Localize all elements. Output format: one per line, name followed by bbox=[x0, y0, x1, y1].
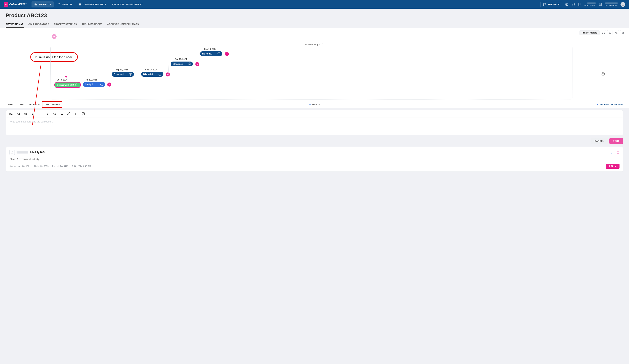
svg-rect-10 bbox=[82, 113, 84, 115]
fx-icon: f(x) bbox=[112, 3, 116, 6]
subtab-archived-nodes[interactable]: ARCHIVED NODES bbox=[81, 21, 103, 28]
fullscreen-icon[interactable] bbox=[601, 30, 606, 35]
ltab-discussions[interactable]: DISCUSSIONS bbox=[42, 101, 62, 108]
ltab-records[interactable]: RECORDS bbox=[26, 101, 42, 108]
nav-model[interactable]: f(x) MODEL MANAGEMENT bbox=[110, 1, 145, 7]
node-study[interactable]: Study A i bbox=[83, 82, 105, 87]
h2-button[interactable]: H2 bbox=[16, 112, 20, 115]
page-title: Product ABC123 bbox=[6, 12, 623, 18]
node-b1n1[interactable]: B1-node1 i bbox=[112, 72, 134, 77]
add-after-b1n2[interactable]: + bbox=[166, 73, 170, 77]
map-title: Network Map 1 ⋮ bbox=[306, 43, 324, 46]
zoom-in-icon[interactable] bbox=[614, 30, 619, 35]
project-history-button[interactable]: Project history bbox=[580, 30, 600, 35]
node-b1n2[interactable]: B1-node2 i bbox=[141, 72, 163, 77]
font-button[interactable]: A⋮ bbox=[53, 112, 56, 115]
add-after-b2n2[interactable]: + bbox=[225, 52, 229, 56]
svg-point-11 bbox=[83, 113, 83, 113]
nav-governance[interactable]: DATA GOVERNANCE bbox=[76, 1, 109, 7]
comment-avatar-icon bbox=[9, 150, 15, 155]
info-icon[interactable]: i bbox=[188, 63, 191, 65]
add-after-study[interactable]: + bbox=[107, 83, 111, 87]
subtab-network-map[interactable]: NETWORK MAP bbox=[6, 21, 24, 28]
building-icon[interactable] bbox=[599, 3, 602, 6]
subtab-project-settings[interactable]: PROJECT SETTINGS bbox=[53, 21, 77, 28]
brand-logo-icon: ≡ bbox=[4, 2, 8, 7]
svg-point-4 bbox=[566, 4, 567, 5]
search-icon bbox=[57, 3, 61, 6]
ltab-wiki[interactable]: WIKI bbox=[6, 101, 15, 108]
network-canvas[interactable]: + Discussions tab for a node Network Map… bbox=[0, 28, 629, 101]
feedback-button[interactable]: FEEDBACK bbox=[541, 1, 562, 7]
node-b2n1[interactable]: B2-node1 i bbox=[171, 62, 193, 66]
nav-search[interactable]: SEARCH bbox=[55, 1, 74, 7]
info-icon[interactable]: i bbox=[158, 73, 161, 76]
edge bbox=[198, 53, 198, 64]
avatar[interactable] bbox=[621, 2, 625, 7]
comment-date: 8th July 2024 bbox=[30, 151, 45, 154]
zoom-out-icon[interactable] bbox=[620, 30, 625, 35]
comment-meta: Journal card ID - 1821 Node ID - 2073 Re… bbox=[9, 164, 620, 169]
svg-rect-2 bbox=[79, 4, 81, 4]
edge bbox=[134, 74, 141, 74]
discussion-section: H1 H2 H3 B I S A⋮ ¶⋮ Write your note her… bbox=[0, 108, 629, 176]
editor-toolbar: H1 H2 H3 B I S A⋮ ¶⋮ bbox=[6, 110, 623, 117]
post-button[interactable]: POST bbox=[610, 138, 623, 144]
strike-button[interactable]: S bbox=[45, 112, 49, 115]
nav-governance-label: DATA GOVERNANCE bbox=[83, 3, 106, 6]
editor-textarea[interactable]: Write your note here and tag someone ... bbox=[6, 117, 623, 135]
workspace-meta[interactable]: WORKSPACE bbox=[584, 2, 596, 6]
nav-projects[interactable]: PROJECTS bbox=[31, 1, 54, 7]
gear-icon[interactable] bbox=[565, 3, 569, 6]
node-experiment[interactable]: Experiment C02 i bbox=[54, 82, 81, 88]
svg-point-9 bbox=[622, 32, 624, 33]
node-b2n2[interactable]: B2-node2 i bbox=[200, 51, 222, 56]
info-icon[interactable]: i bbox=[129, 73, 132, 76]
editor-actions: CANCEL POST bbox=[6, 135, 623, 144]
book-icon[interactable] bbox=[578, 3, 582, 6]
kebab-icon[interactable]: ⋮ bbox=[321, 43, 323, 46]
hide-map-button[interactable]: HIDE NETWORK MAP bbox=[597, 103, 623, 106]
svg-point-12 bbox=[12, 151, 13, 152]
add-node-floating-button[interactable]: + bbox=[52, 34, 57, 39]
nav-search-label: SEARCH bbox=[62, 3, 72, 6]
node-date-exp: Jul 8, 2024 bbox=[57, 79, 67, 81]
cancel-button[interactable]: CANCEL bbox=[591, 138, 608, 144]
meta-timestamp: Jul 8, 2024 4:45 PM bbox=[72, 165, 91, 168]
edge bbox=[110, 74, 112, 74]
list-button[interactable] bbox=[60, 112, 64, 115]
trash-icon[interactable] bbox=[617, 151, 620, 154]
add-after-b2n1[interactable]: + bbox=[195, 62, 199, 66]
top-navbar: ≡ CoBaseKRM™ PROJECTS SEARCH DATA GOVE bbox=[0, 0, 629, 9]
edit-icon[interactable] bbox=[612, 151, 615, 154]
info-icon[interactable]: i bbox=[100, 83, 103, 86]
info-icon[interactable]: i bbox=[75, 84, 78, 86]
resize-button[interactable]: RESIZE bbox=[309, 103, 320, 106]
info-icon[interactable]: i bbox=[218, 52, 220, 55]
brand[interactable]: ≡ CoBaseKRM™ bbox=[4, 2, 27, 7]
subtab-archived-maps[interactable]: ARCHIVED NETWORK MAPS bbox=[107, 21, 139, 28]
paragraph-button[interactable]: ¶⋮ bbox=[75, 112, 78, 115]
folder-icon bbox=[34, 3, 38, 6]
hand-cursor-icon bbox=[601, 72, 605, 77]
h1-button[interactable]: H1 bbox=[9, 112, 13, 115]
link-button[interactable] bbox=[67, 112, 71, 115]
nav-model-label: MODEL MANAGEMENT bbox=[117, 3, 143, 6]
h3-button[interactable]: H3 bbox=[24, 112, 27, 115]
svg-rect-5 bbox=[599, 3, 601, 6]
role-meta[interactable]: LAB MANAGER bbox=[605, 2, 618, 6]
node-date-b2n2: Sep 13, 2024 bbox=[204, 48, 216, 50]
edge bbox=[168, 64, 171, 64]
subtab-collaborators[interactable]: COLLABORATORS bbox=[28, 21, 49, 28]
node-tab-bar: WIKI DATA RECORDS DISCUSSIONS RESIZE HID… bbox=[0, 101, 629, 108]
ltab-data[interactable]: DATA bbox=[15, 101, 26, 108]
canvas-toolbar: Project history bbox=[580, 30, 625, 35]
eye-icon[interactable] bbox=[607, 30, 613, 35]
edge bbox=[198, 53, 200, 54]
italic-button[interactable]: I bbox=[38, 112, 42, 115]
reply-button[interactable]: REPLY bbox=[606, 164, 620, 169]
megaphone-icon[interactable] bbox=[571, 3, 575, 6]
hide-map-label: HIDE NETWORK MAP bbox=[600, 103, 623, 106]
image-button[interactable] bbox=[82, 112, 85, 115]
subtabs: NETWORK MAP COLLABORATORS PROJECT SETTIN… bbox=[6, 21, 623, 28]
